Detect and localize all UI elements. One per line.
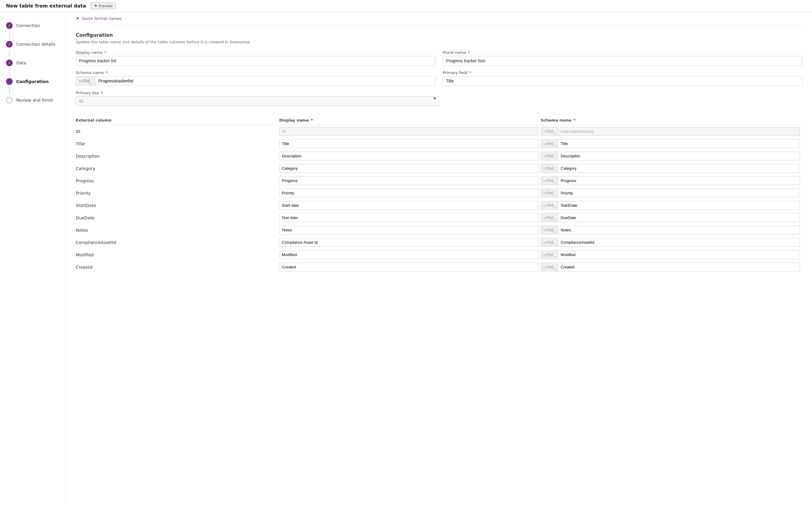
schema-col-input[interactable] (558, 238, 800, 246)
sidebar-connector-3 (9, 69, 10, 75)
sidebar: ✓ Connection ✓ Connection details ✓ Data… (0, 12, 66, 504)
table-row: Notescrfb6_ (76, 224, 802, 236)
cell-external: Notes (76, 224, 279, 236)
cell-schema: crfb6_ (541, 224, 802, 236)
display-name-col-input[interactable] (279, 226, 538, 234)
schema-col-input[interactable] (558, 263, 800, 271)
cell-display (279, 248, 541, 261)
display-name-col-input[interactable] (279, 250, 538, 259)
cell-display (279, 212, 541, 224)
schema-col-input[interactable] (558, 164, 800, 172)
display-name-col-input[interactable] (279, 127, 538, 136)
display-name-input[interactable] (76, 56, 435, 66)
sidebar-item-connection[interactable]: ✓ Connection (0, 19, 66, 32)
schema-col-input[interactable] (558, 127, 800, 135)
schema-prefix: crfb6_ (76, 76, 95, 86)
sidebar-item-configuration[interactable]: Configuration (0, 75, 66, 88)
cell-external: ComplianceAssetId (76, 236, 279, 248)
cell-display (279, 224, 541, 236)
display-name-col-input[interactable] (279, 164, 538, 173)
schema-cell-prefix: crfb6_ (541, 214, 558, 222)
cell-external: Created (76, 261, 279, 273)
config-title: Configuration (76, 32, 802, 38)
schema-cell-wrap: crfb6_ (541, 213, 800, 222)
schema-cell-prefix: crfb6_ (541, 189, 558, 197)
table-row: Progresscrfb6_ (76, 174, 802, 187)
primary-field-input[interactable] (443, 76, 802, 86)
col-header-schema: Schema name * (541, 116, 802, 125)
sidebar-connector-4 (9, 88, 10, 94)
display-name-col-input[interactable] (279, 176, 538, 185)
schema-cell-prefix: crfb6_ (541, 152, 558, 160)
cell-schema: crfb6_ (541, 125, 802, 138)
primary-field-label: Primary field * (443, 70, 802, 75)
cell-display (279, 236, 541, 248)
display-name-col-input[interactable] (279, 201, 538, 210)
cell-external: Description (76, 150, 279, 162)
form-group-display-name: Display name * (76, 50, 435, 66)
schema-input-wrap: crfb6_ (76, 76, 435, 86)
config-subtitle: Update the table name and details of the… (76, 40, 802, 44)
preview-flag-icon: ⚑ (94, 4, 98, 8)
table-row: StartDatecrfb6_ (76, 199, 802, 212)
step-completed-icon-2: ✓ (6, 41, 13, 48)
primary-key-select-wrap: Primary key * ID ▼ (76, 91, 439, 106)
columns-table: External column Display name * Schema na… (76, 116, 802, 273)
table-row: DueDatecrfb6_ (76, 212, 802, 224)
sidebar-connector-1 (9, 32, 10, 38)
plural-name-input[interactable] (443, 56, 802, 66)
schema-cell-prefix: crfb6_ (541, 164, 558, 172)
form-group-plural-name: Plural name * (443, 50, 802, 66)
sidebar-item-data[interactable]: ✓ Data (0, 57, 66, 69)
form-row-names: Display name * Plural name * (76, 50, 802, 66)
sidebar-label-review: Review and finish (16, 98, 53, 103)
cell-schema: crfb6_ (541, 150, 802, 162)
cell-display (279, 261, 541, 273)
schema-col-input[interactable] (558, 177, 800, 185)
cell-external: Title (76, 137, 279, 150)
schema-cell-wrap: crfb6_ (541, 189, 800, 198)
step-completed-icon-3: ✓ (6, 60, 13, 66)
schema-col-input[interactable] (558, 189, 800, 197)
main-content: ✦ Quick format names Configuration Updat… (66, 12, 812, 504)
step-completed-icon: ✓ (6, 22, 13, 29)
schema-cell-wrap: crfb6_ (541, 201, 800, 210)
sidebar-item-review[interactable]: Review and finish (0, 94, 66, 107)
cell-schema: crfb6_ (541, 199, 802, 212)
schema-cell-wrap: crfb6_ (541, 250, 800, 259)
display-name-col-input[interactable] (279, 152, 538, 160)
schema-col-input[interactable] (558, 152, 800, 160)
schema-col-input[interactable] (558, 139, 800, 148)
schema-col-input[interactable] (558, 201, 800, 210)
display-name-label: Display name * (76, 50, 435, 55)
primary-key-select[interactable]: ID (76, 96, 439, 106)
display-name-col-input[interactable] (279, 238, 538, 247)
schema-col-input[interactable] (558, 226, 800, 234)
cell-display (279, 187, 541, 199)
cell-schema: crfb6_ (541, 236, 802, 248)
schema-cell-prefix: crfb6_ (541, 177, 558, 185)
display-name-col-input[interactable] (279, 139, 538, 148)
quick-format-bar[interactable]: ✦ Quick format names (76, 12, 802, 25)
cell-external: Category (76, 162, 279, 174)
table-row: Categorycrfb6_ (76, 162, 802, 174)
sidebar-item-connection-details[interactable]: ✓ Connection details (0, 38, 66, 51)
display-name-col-input[interactable] (279, 189, 538, 198)
cell-schema: crfb6_ (541, 212, 802, 224)
preview-button[interactable]: ⚑ Preview (91, 2, 116, 9)
schema-cell-prefix: crfb6_ (541, 263, 558, 271)
sidebar-label-data: Data (16, 60, 26, 65)
cell-schema: crfb6_ (541, 248, 802, 261)
schema-cell-wrap: crfb6_ (541, 127, 800, 136)
schema-name-input[interactable] (95, 76, 435, 86)
schema-col-input[interactable] (558, 214, 800, 222)
schema-cell-wrap: crfb6_ (541, 226, 800, 234)
step-active-icon (6, 78, 13, 85)
configuration-section: Configuration Update the table name and … (76, 32, 802, 106)
schema-col-input[interactable] (558, 250, 800, 259)
sidebar-label-connection-details: Connection details (16, 42, 55, 47)
display-name-col-input[interactable] (279, 263, 538, 271)
schema-cell-wrap: crfb6_ (541, 176, 800, 185)
schema-cell-wrap: crfb6_ (541, 152, 800, 160)
display-name-col-input[interactable] (279, 213, 538, 222)
